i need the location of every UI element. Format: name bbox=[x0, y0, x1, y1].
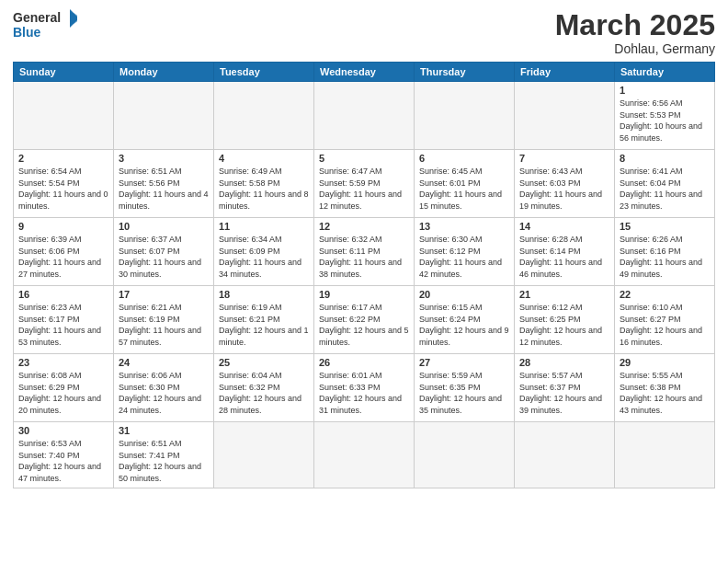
day-number: 24 bbox=[119, 357, 209, 368]
calendar-header-row: Sunday Monday Tuesday Wednesday Thursday… bbox=[14, 63, 715, 82]
day-number: 20 bbox=[419, 289, 509, 300]
day-info: Sunrise: 6:12 AMSunset: 6:25 PMDaylight:… bbox=[519, 302, 609, 348]
day-info: Sunrise: 6:45 AMSunset: 6:01 PMDaylight:… bbox=[419, 166, 509, 212]
day-info: Sunrise: 6:21 AMSunset: 6:19 PMDaylight:… bbox=[119, 302, 209, 348]
day-info: Sunrise: 6:23 AMSunset: 6:17 PMDaylight:… bbox=[18, 302, 108, 348]
day-info: Sunrise: 5:57 AMSunset: 6:37 PMDaylight:… bbox=[519, 370, 609, 416]
day-number: 1 bbox=[620, 85, 710, 96]
table-row bbox=[14, 82, 114, 150]
day-info: Sunrise: 6:51 AMSunset: 5:56 PMDaylight:… bbox=[119, 166, 209, 212]
header: General Blue March 2025 Dohlau, Germany bbox=[13, 9, 715, 56]
day-info: Sunrise: 6:49 AMSunset: 5:58 PMDaylight:… bbox=[219, 166, 309, 212]
day-number: 19 bbox=[319, 289, 409, 300]
day-number: 8 bbox=[620, 153, 710, 164]
day-number: 27 bbox=[419, 357, 509, 368]
table-row: 13Sunrise: 6:30 AMSunset: 6:12 PMDayligh… bbox=[415, 218, 515, 286]
generalblue-logo-icon: General Blue bbox=[13, 9, 77, 42]
col-thursday: Thursday bbox=[415, 63, 515, 82]
day-number: 5 bbox=[319, 153, 409, 164]
table-row bbox=[214, 82, 314, 150]
day-info: Sunrise: 6:19 AMSunset: 6:21 PMDaylight:… bbox=[219, 302, 309, 348]
table-row: 2Sunrise: 6:54 AMSunset: 5:54 PMDaylight… bbox=[14, 150, 114, 218]
col-monday: Monday bbox=[114, 63, 214, 82]
day-info: Sunrise: 6:53 AMSunset: 7:40 PMDaylight:… bbox=[18, 438, 108, 484]
day-number: 10 bbox=[119, 221, 209, 232]
table-row bbox=[314, 422, 415, 488]
day-number: 2 bbox=[18, 153, 108, 164]
table-row: 1Sunrise: 6:56 AMSunset: 5:53 PMDaylight… bbox=[615, 82, 715, 150]
day-number: 31 bbox=[119, 425, 209, 436]
table-row: 10Sunrise: 6:37 AMSunset: 6:07 PMDayligh… bbox=[114, 218, 214, 286]
day-number: 29 bbox=[620, 357, 710, 368]
month-title: March 2025 bbox=[555, 9, 715, 41]
day-number: 23 bbox=[18, 357, 108, 368]
table-row bbox=[415, 82, 515, 150]
day-info: Sunrise: 6:51 AMSunset: 7:41 PMDaylight:… bbox=[119, 438, 209, 484]
day-info: Sunrise: 6:08 AMSunset: 6:29 PMDaylight:… bbox=[18, 370, 108, 416]
day-info: Sunrise: 6:37 AMSunset: 6:07 PMDaylight:… bbox=[119, 234, 209, 280]
table-row: 22Sunrise: 6:10 AMSunset: 6:27 PMDayligh… bbox=[615, 286, 715, 354]
table-row: 16Sunrise: 6:23 AMSunset: 6:17 PMDayligh… bbox=[14, 286, 114, 354]
day-info: Sunrise: 5:55 AMSunset: 6:38 PMDaylight:… bbox=[620, 370, 710, 416]
day-number: 12 bbox=[319, 221, 409, 232]
day-info: Sunrise: 6:10 AMSunset: 6:27 PMDaylight:… bbox=[620, 302, 710, 348]
table-row: 20Sunrise: 6:15 AMSunset: 6:24 PMDayligh… bbox=[415, 286, 515, 354]
table-row: 8Sunrise: 6:41 AMSunset: 6:04 PMDaylight… bbox=[615, 150, 715, 218]
table-row: 17Sunrise: 6:21 AMSunset: 6:19 PMDayligh… bbox=[114, 286, 214, 354]
table-row: 7Sunrise: 6:43 AMSunset: 6:03 PMDaylight… bbox=[515, 150, 615, 218]
table-row: 5Sunrise: 6:47 AMSunset: 5:59 PMDaylight… bbox=[314, 150, 415, 218]
table-row: 11Sunrise: 6:34 AMSunset: 6:09 PMDayligh… bbox=[214, 218, 314, 286]
table-row: 31Sunrise: 6:51 AMSunset: 7:41 PMDayligh… bbox=[114, 422, 214, 488]
day-info: Sunrise: 6:43 AMSunset: 6:03 PMDaylight:… bbox=[519, 166, 609, 212]
day-number: 15 bbox=[620, 221, 710, 232]
day-info: Sunrise: 6:41 AMSunset: 6:04 PMDaylight:… bbox=[620, 166, 710, 212]
logo: General Blue bbox=[13, 9, 77, 42]
calendar-table: Sunday Monday Tuesday Wednesday Thursday… bbox=[13, 62, 715, 488]
table-row: 9Sunrise: 6:39 AMSunset: 6:06 PMDaylight… bbox=[14, 218, 114, 286]
table-row: 24Sunrise: 6:06 AMSunset: 6:30 PMDayligh… bbox=[114, 354, 214, 422]
day-number: 18 bbox=[219, 289, 309, 300]
day-number: 16 bbox=[18, 289, 108, 300]
table-row: 21Sunrise: 6:12 AMSunset: 6:25 PMDayligh… bbox=[515, 286, 615, 354]
table-row: 15Sunrise: 6:26 AMSunset: 6:16 PMDayligh… bbox=[615, 218, 715, 286]
svg-marker-3 bbox=[74, 13, 77, 24]
day-info: Sunrise: 6:34 AMSunset: 6:09 PMDaylight:… bbox=[219, 234, 309, 280]
day-info: Sunrise: 6:39 AMSunset: 6:06 PMDaylight:… bbox=[18, 234, 108, 280]
table-row: 14Sunrise: 6:28 AMSunset: 6:14 PMDayligh… bbox=[515, 218, 615, 286]
table-row: 23Sunrise: 6:08 AMSunset: 6:29 PMDayligh… bbox=[14, 354, 114, 422]
day-number: 25 bbox=[219, 357, 309, 368]
day-number: 30 bbox=[18, 425, 108, 436]
table-row bbox=[615, 422, 715, 488]
day-number: 17 bbox=[119, 289, 209, 300]
col-friday: Friday bbox=[515, 63, 615, 82]
table-row: 27Sunrise: 5:59 AMSunset: 6:35 PMDayligh… bbox=[415, 354, 515, 422]
day-info: Sunrise: 6:01 AMSunset: 6:33 PMDaylight:… bbox=[319, 370, 409, 416]
day-number: 26 bbox=[319, 357, 409, 368]
table-row: 30Sunrise: 6:53 AMSunset: 7:40 PMDayligh… bbox=[14, 422, 114, 488]
day-number: 14 bbox=[519, 221, 609, 232]
day-number: 4 bbox=[219, 153, 309, 164]
day-number: 21 bbox=[519, 289, 609, 300]
table-row bbox=[515, 82, 615, 150]
table-row bbox=[114, 82, 214, 150]
table-row: 4Sunrise: 6:49 AMSunset: 5:58 PMDaylight… bbox=[214, 150, 314, 218]
table-row bbox=[314, 82, 415, 150]
table-row bbox=[415, 422, 515, 488]
col-sunday: Sunday bbox=[14, 63, 114, 82]
table-row: 18Sunrise: 6:19 AMSunset: 6:21 PMDayligh… bbox=[214, 286, 314, 354]
day-info: Sunrise: 6:04 AMSunset: 6:32 PMDaylight:… bbox=[219, 370, 309, 416]
table-row: 19Sunrise: 6:17 AMSunset: 6:22 PMDayligh… bbox=[314, 286, 415, 354]
day-number: 9 bbox=[18, 221, 108, 232]
table-row: 12Sunrise: 6:32 AMSunset: 6:11 PMDayligh… bbox=[314, 218, 415, 286]
day-info: Sunrise: 6:06 AMSunset: 6:30 PMDaylight:… bbox=[119, 370, 209, 416]
table-row: 25Sunrise: 6:04 AMSunset: 6:32 PMDayligh… bbox=[214, 354, 314, 422]
day-info: Sunrise: 6:15 AMSunset: 6:24 PMDaylight:… bbox=[419, 302, 509, 348]
title-block: March 2025 Dohlau, Germany bbox=[555, 9, 715, 56]
day-number: 13 bbox=[419, 221, 509, 232]
day-number: 22 bbox=[620, 289, 710, 300]
page: General Blue March 2025 Dohlau, Germany … bbox=[0, 0, 728, 563]
day-info: Sunrise: 6:54 AMSunset: 5:54 PMDaylight:… bbox=[18, 166, 108, 212]
day-info: Sunrise: 6:17 AMSunset: 6:22 PMDaylight:… bbox=[319, 302, 409, 348]
table-row: 6Sunrise: 6:45 AMSunset: 6:01 PMDaylight… bbox=[415, 150, 515, 218]
day-info: Sunrise: 6:56 AMSunset: 5:53 PMDaylight:… bbox=[620, 98, 710, 144]
